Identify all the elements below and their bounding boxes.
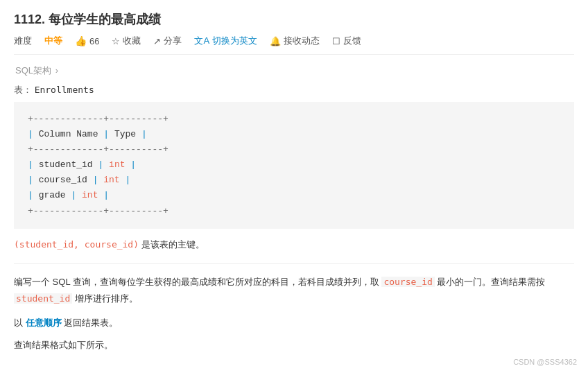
schema-border-mid: +-------------+----------+ [28, 142, 560, 157]
meta-bar: 难度 中等 👍 66 ☆ 收藏 ↗ 分享 文A 切换为英文 🔔 接收动态 ☐ 反… [14, 35, 574, 55]
schema-border-bot: +-------------+----------+ [28, 204, 560, 219]
desc3-block: 查询结果格式如下所示。 [14, 339, 574, 352]
primary-key-cols: (student_id, course_id) [14, 239, 139, 250]
breadcrumb-text: SQL架构 [15, 65, 51, 76]
likes-item[interactable]: 👍 66 [75, 35, 99, 46]
breadcrumb[interactable]: SQL架构 › [14, 64, 574, 77]
feedback-label: 反馈 [343, 35, 361, 47]
share-icon: ↗ [153, 36, 161, 46]
desc1-code: course_id [381, 277, 434, 287]
feedback-icon: ☐ [332, 36, 340, 46]
description-block: 编写一个 SQL 查询，查询每位学生获得的最高成绩和它所对应的科目，若科目成绩并… [14, 274, 574, 308]
primary-key-note: (student_id, course_id) 是该表的主键。 [14, 238, 574, 251]
likes-count: 66 [89, 36, 99, 46]
page-title: 1112. 每位学生的最高成绩 [14, 11, 574, 28]
notify-label: 接收动态 [284, 35, 320, 47]
primary-key-text: 是该表的主键。 [141, 239, 205, 250]
notify-button[interactable]: 🔔 接收动态 [270, 35, 320, 47]
share-button[interactable]: ↗ 分享 [153, 35, 182, 47]
likes-icon: 👍 [75, 35, 87, 46]
translate-button[interactable]: 文A 切换为英文 [194, 35, 257, 47]
bell-icon: 🔔 [270, 36, 281, 46]
difficulty-value: 中等 [44, 35, 62, 47]
schema-row-course-id: | course_id | int | [28, 173, 560, 188]
breadcrumb-arrow: › [55, 65, 58, 76]
schema-row-grade: | grade | int | [28, 188, 560, 203]
schema-box: +-------------+----------+ | Column Name… [14, 102, 574, 229]
share-label: 分享 [164, 35, 182, 47]
collect-button[interactable]: ☆ 收藏 [112, 35, 141, 47]
table-label-text: 表： [14, 85, 32, 95]
difficulty-label: 难度 [14, 35, 32, 47]
feedback-button[interactable]: ☐ 反馈 [332, 35, 361, 47]
star-icon: ☆ [112, 36, 120, 46]
desc1-text: 编写一个 SQL 查询，查询每位学生获得的最高成绩和它所对应的科目，若科目成绩并… [14, 277, 381, 287]
desc2-emphasis: 任意顺序 [26, 318, 62, 328]
desc2-prefix: 以 [14, 318, 26, 328]
translate-icon: 文A [194, 35, 209, 47]
table-label-row: 表： Enrollments [14, 84, 574, 96]
csdn-watermark: CSDN @SSS4362 [513, 358, 577, 363]
desc2-suffix: 返回结果表。 [62, 318, 119, 328]
schema-border-top: +-------------+----------+ [28, 112, 560, 127]
desc1-code2: student_id [14, 293, 72, 304]
schema-header: | Column Name | Type | [28, 127, 560, 142]
table-name: Enrollments [35, 85, 94, 95]
section-divider [14, 263, 574, 264]
collect-label: 收藏 [123, 35, 141, 47]
translate-label: 切换为英文 [212, 35, 257, 47]
schema-row-student-id: | student_id | int | [28, 157, 560, 173]
desc2-block: 以 任意顺序 返回结果表。 [14, 315, 574, 332]
desc1-cont: 最小的一门。查询结果需按 [435, 277, 546, 287]
desc1-cont2: 增序进行排序。 [72, 293, 138, 304]
desc3-text: 查询结果格式如下所示。 [14, 340, 113, 350]
